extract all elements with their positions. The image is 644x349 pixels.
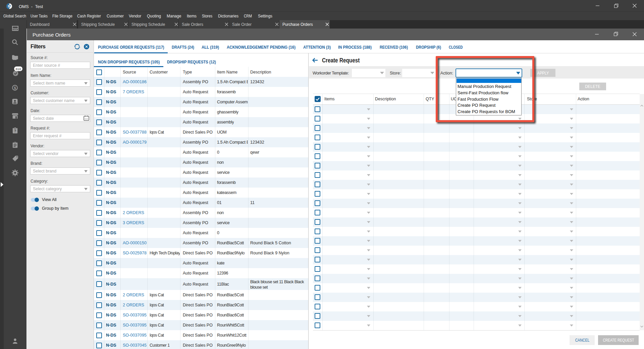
svg-text:$: $ [14, 86, 16, 90]
svg-text:?: ? [14, 129, 16, 133]
